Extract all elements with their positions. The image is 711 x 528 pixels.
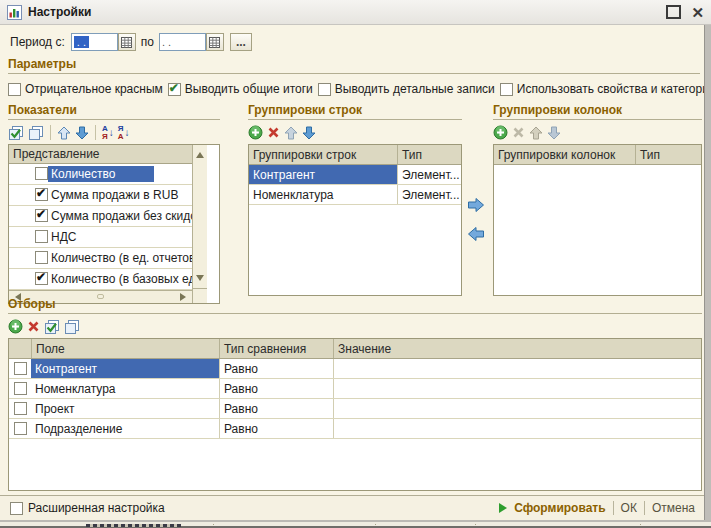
sort-asc-icon[interactable]: АЯ ↓ <box>102 125 114 141</box>
ok-button[interactable]: ОК <box>621 501 637 515</box>
arrow-down-icon[interactable] <box>302 126 316 140</box>
column-header[interactable]: Тип сравнения <box>219 339 333 358</box>
group-type[interactable]: Элемент... <box>397 165 461 184</box>
filter-field[interactable]: Номенклатура <box>31 379 219 398</box>
indicator-checkbox[interactable] <box>35 167 48 180</box>
filters-table-header[interactable]: Поле Тип сравнения Значение <box>9 339 701 359</box>
filter-comparison[interactable]: Равно <box>219 379 333 398</box>
option-label: Использовать свойства и категории <box>517 82 711 96</box>
filter-comparison[interactable]: Равно <box>219 399 333 418</box>
filters-toolbar <box>8 317 702 336</box>
indicator-row[interactable]: НДС <box>9 227 192 248</box>
indicator-row[interactable]: Количество <box>9 164 192 185</box>
filter-row[interactable]: Проект Равно <box>9 399 701 419</box>
column-header[interactable]: Поле <box>31 339 219 358</box>
column-header[interactable]: Тип <box>635 145 701 164</box>
column-header[interactable]: Представление <box>9 145 192 163</box>
arrow-down-icon[interactable] <box>75 126 89 140</box>
option-negative-red[interactable]: Отрицательное красным <box>8 82 163 96</box>
checkbox[interactable] <box>500 83 513 96</box>
add-icon[interactable] <box>248 125 263 140</box>
add-icon[interactable] <box>493 125 508 140</box>
parameters-title: Параметры <box>8 57 700 74</box>
filter-checkbox[interactable] <box>14 422 27 435</box>
indicator-checkbox[interactable] <box>35 209 48 222</box>
filter-row[interactable]: Подразделение Равно <box>9 419 701 439</box>
arrow-down-icon[interactable] <box>547 126 561 140</box>
indicator-row[interactable]: Сумма продажи в RUB <box>9 185 192 206</box>
delete-icon[interactable] <box>512 126 525 139</box>
indicator-row[interactable]: Количество (в базовых единицах) <box>9 269 192 290</box>
filter-row[interactable]: Номенклатура Равно <box>9 379 701 399</box>
row-group-row[interactable]: Номенклатура Элемент... <box>249 185 461 205</box>
advanced-checkbox[interactable] <box>10 502 23 515</box>
arrow-up-icon[interactable] <box>529 126 543 140</box>
move-to-columns-button[interactable] <box>466 197 486 213</box>
cancel-button[interactable]: Отмена <box>652 501 695 515</box>
advanced-settings-option[interactable]: Расширенная настройка <box>10 501 165 515</box>
filter-value[interactable] <box>333 419 701 438</box>
close-icon[interactable]: ✕ <box>691 5 704 20</box>
filter-value[interactable] <box>333 399 701 418</box>
indicator-checkbox[interactable] <box>35 188 48 201</box>
filter-comparison[interactable]: Равно <box>219 419 333 438</box>
sort-desc-icon[interactable]: ЯА ↓ <box>118 125 130 141</box>
uncheck-all-icon[interactable] <box>64 319 80 335</box>
group-name[interactable]: Номенклатура <box>249 185 397 204</box>
column-header[interactable]: Группировки колонок <box>494 145 635 164</box>
check-all-icon[interactable] <box>44 319 60 335</box>
checkbox[interactable] <box>168 83 181 96</box>
period-to-input[interactable]: . . <box>159 33 206 51</box>
column-header[interactable]: Значение <box>333 339 701 358</box>
arrow-up-icon[interactable] <box>57 126 71 140</box>
scroll-up-icon[interactable] <box>196 148 204 158</box>
option-show-totals[interactable]: Выводить общие итоги <box>168 82 313 96</box>
row-group-row[interactable]: Контрагент Элемент... <box>249 165 461 185</box>
add-icon[interactable] <box>8 319 23 334</box>
row-groups-toolbar <box>248 123 462 142</box>
indicator-row[interactable]: Количество (в ед. отчетов) <box>9 248 192 269</box>
window-title: Настройки <box>28 5 91 19</box>
indicator-checkbox[interactable] <box>35 230 48 243</box>
option-use-properties[interactable]: Использовать свойства и категории <box>500 82 711 96</box>
filter-checkbox[interactable] <box>14 362 27 375</box>
option-label: Выводить общие итоги <box>185 82 313 96</box>
column-header[interactable]: Группировки строк <box>249 145 397 164</box>
period-more-button[interactable]: ... <box>230 33 252 51</box>
period-to-calendar-button[interactable] <box>206 33 224 51</box>
column-header[interactable]: Тип <box>397 145 461 164</box>
delete-icon[interactable] <box>267 126 280 139</box>
filter-field[interactable]: Подразделение <box>31 419 219 438</box>
maximize-icon[interactable] <box>666 5 681 19</box>
filter-row[interactable]: Контрагент Равно <box>9 359 701 379</box>
checkbox[interactable] <box>318 83 331 96</box>
filter-field[interactable]: Проект <box>31 399 219 418</box>
period-from-calendar-button[interactable] <box>118 33 136 51</box>
group-type[interactable]: Элемент... <box>397 185 461 204</box>
arrow-up-icon[interactable] <box>284 126 298 140</box>
check-all-icon[interactable] <box>8 125 24 141</box>
indicator-checkbox[interactable] <box>35 251 48 264</box>
col-groups-table-header[interactable]: Группировки колонок Тип <box>494 145 701 165</box>
filter-checkbox[interactable] <box>14 402 27 415</box>
filter-value[interactable] <box>333 359 701 378</box>
indicators-table-header[interactable]: Представление <box>9 145 192 164</box>
filter-field[interactable]: Контрагент <box>31 359 219 378</box>
generate-button[interactable]: Сформировать <box>514 501 605 515</box>
period-from-input[interactable]: . . <box>71 33 118 51</box>
row-groups-table-header[interactable]: Группировки строк Тип <box>249 145 461 165</box>
indicator-row[interactable]: Сумма продажи без скидок в RUB <box>9 206 192 227</box>
move-to-rows-button[interactable] <box>466 226 486 242</box>
uncheck-all-icon[interactable] <box>28 125 44 141</box>
scroll-down-icon[interactable] <box>196 275 204 285</box>
delete-icon[interactable] <box>27 320 40 333</box>
indicator-checkbox[interactable] <box>35 272 48 285</box>
filter-value[interactable] <box>333 379 701 398</box>
checkbox[interactable] <box>8 83 21 96</box>
option-show-details[interactable]: Выводить детальные записи <box>318 82 495 96</box>
filter-comparison[interactable]: Равно <box>219 359 333 378</box>
title-bar[interactable]: Настройки ✕ <box>0 0 711 25</box>
filter-checkbox[interactable] <box>14 382 27 395</box>
group-name[interactable]: Контрагент <box>249 165 397 184</box>
vertical-scrollbar[interactable] <box>192 145 207 303</box>
